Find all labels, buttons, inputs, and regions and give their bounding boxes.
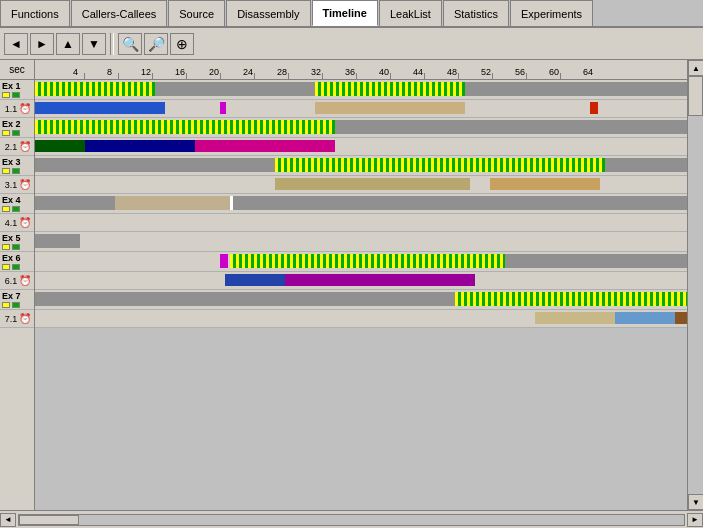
label-ex5: Ex 5 <box>0 232 34 252</box>
ruler-ticks: 4 8 12 16 20 24 28 32 <box>35 60 687 79</box>
tab-disassembly[interactable]: Disassembly <box>226 0 310 26</box>
tab-callers-callees[interactable]: Callers-Callees <box>71 0 168 26</box>
label-ex1: Ex 1 <box>0 80 34 100</box>
track-6-1 <box>35 272 687 290</box>
app-window: Functions Callers-Callees Source Disasse… <box>0 0 703 528</box>
label-7-1: 7.1 ⏰ <box>0 310 34 328</box>
scroll-right-button[interactable]: ► <box>687 513 703 527</box>
label-ex4: Ex 4 <box>0 194 34 214</box>
scroll-thumb[interactable] <box>688 76 703 116</box>
tab-source[interactable]: Source <box>168 0 225 26</box>
down-button[interactable]: ▼ <box>82 33 106 55</box>
track-ex2 <box>35 118 687 138</box>
zoom-in-button[interactable]: 🔎 <box>144 33 168 55</box>
timeline-main: sec Ex 1 1.1 ⏰ Ex 2 <box>0 60 703 510</box>
zoom-reset-button[interactable]: ⊕ <box>170 33 194 55</box>
toolbar: ◄ ► ▲ ▼ 🔍 🔎 ⊕ <box>0 28 703 60</box>
ruler-label: sec <box>0 60 34 80</box>
track-3-1 <box>35 176 687 194</box>
tab-statistics[interactable]: Statistics <box>443 0 509 26</box>
tab-experiments[interactable]: Experiments <box>510 0 593 26</box>
next-button[interactable]: ► <box>30 33 54 55</box>
h-scroll-track[interactable] <box>18 514 685 526</box>
label-1-1: 1.1 ⏰ <box>0 100 34 118</box>
tab-leaklist[interactable]: LeakList <box>379 0 442 26</box>
scroll-up-button[interactable]: ▲ <box>688 60 703 76</box>
track-ex6 <box>35 252 687 272</box>
up-button[interactable]: ▲ <box>56 33 80 55</box>
vertical-scrollbar[interactable]: ▲ ▼ <box>687 60 703 510</box>
scroll-down-button[interactable]: ▼ <box>688 494 703 510</box>
timeline-content[interactable]: 4 8 12 16 20 24 28 32 <box>35 60 687 510</box>
prev-button[interactable]: ◄ <box>4 33 28 55</box>
separator <box>110 33 114 55</box>
track-ex3 <box>35 156 687 176</box>
scroll-left-button[interactable]: ◄ <box>0 513 16 527</box>
tab-functions[interactable]: Functions <box>0 0 70 26</box>
track-2-1 <box>35 138 687 156</box>
label-4-1: 4.1 ⏰ <box>0 214 34 232</box>
label-ex3: Ex 3 <box>0 156 34 176</box>
labels-column: sec Ex 1 1.1 ⏰ Ex 2 <box>0 60 35 510</box>
track-7-1 <box>35 310 687 328</box>
label-ex6: Ex 6 <box>0 252 34 272</box>
track-4-1 <box>35 214 687 232</box>
label-ex2: Ex 2 <box>0 118 34 138</box>
ruler: 4 8 12 16 20 24 28 32 <box>35 60 687 80</box>
timeline-tracks: 4 8 12 16 20 24 28 32 <box>35 60 687 328</box>
label-2-1: 2.1 ⏰ <box>0 138 34 156</box>
track-ex1 <box>35 80 687 100</box>
zoom-out-button[interactable]: 🔍 <box>118 33 142 55</box>
track-ex7 <box>35 290 687 310</box>
track-ex5 <box>35 232 687 252</box>
horizontal-scrollbar[interactable]: ◄ ► <box>0 510 703 528</box>
track-1-1 <box>35 100 687 118</box>
label-ex7: Ex 7 <box>0 290 34 310</box>
track-ex4 <box>35 194 687 214</box>
scroll-track[interactable] <box>688 76 703 494</box>
label-3-1: 3.1 ⏰ <box>0 176 34 194</box>
label-6-1: 6.1 ⏰ <box>0 272 34 290</box>
tab-bar: Functions Callers-Callees Source Disasse… <box>0 0 703 28</box>
h-scroll-thumb[interactable] <box>19 515 79 525</box>
tab-timeline[interactable]: Timeline <box>312 0 378 26</box>
